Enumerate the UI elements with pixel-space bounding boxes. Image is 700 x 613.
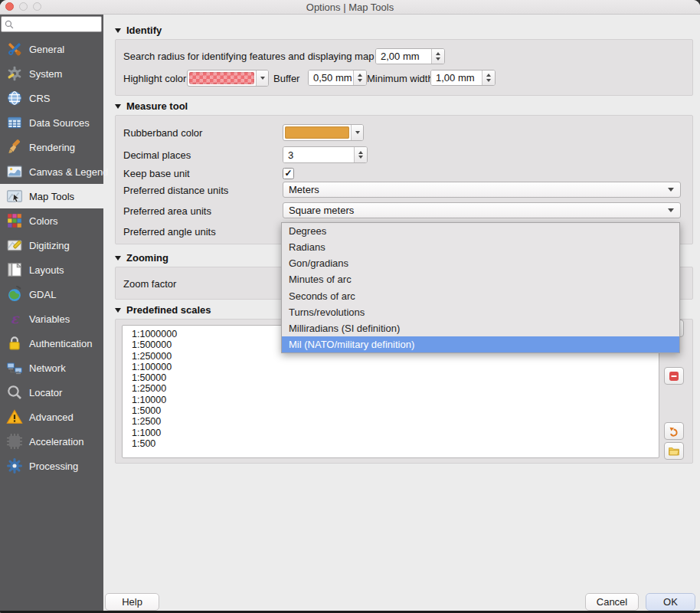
sidebar-item-rendering[interactable]: Rendering (0, 135, 103, 159)
color-dropdown-arrow-icon[interactable] (351, 125, 363, 140)
scale-item[interactable]: 1:10000 (132, 395, 659, 405)
cancel-button[interactable]: Cancel (585, 593, 639, 611)
sidebar-item-label: Digitizing (29, 240, 70, 251)
highlight-color-button[interactable] (187, 70, 269, 87)
search-radius-value[interactable]: 2,00 mm (376, 49, 431, 64)
spinner-arrows-icon[interactable] (354, 147, 367, 162)
sidebar-item-locator[interactable]: Locator (0, 380, 103, 405)
sidebar-item-general[interactable]: General (0, 37, 103, 61)
chevron-down-icon (668, 188, 674, 192)
chevron-down-icon (668, 208, 674, 212)
sidebar-item-advanced[interactable]: Advanced (0, 405, 103, 429)
scale-item[interactable]: 1:500 (132, 438, 659, 449)
sidebar-item-digitizing[interactable]: Digitizing (0, 233, 103, 257)
sidebar-item-label: Map Tools (29, 191, 74, 202)
highlight-color-label: Highlight color (123, 73, 186, 84)
identify-header-label: Identify (126, 25, 162, 36)
scale-item[interactable]: 1:50000 (132, 372, 659, 383)
decimal-places-label: Decimal places (123, 149, 191, 161)
sidebar-item-layouts[interactable]: Layouts (0, 257, 103, 282)
sidebar-item-label: System (29, 68, 62, 80)
angle-option-minutes-of-arc[interactable]: Minutes of arc (282, 271, 679, 287)
angle-option-mil-nato-military-definition[interactable]: Mil (NATO/military definition) (282, 336, 679, 352)
buffer-spinbox[interactable]: 0,50 mm (308, 70, 367, 86)
spinner-arrows-icon[interactable] (482, 70, 495, 85)
warning-icon (6, 408, 23, 425)
sidebar-search[interactable] (1, 16, 102, 32)
minimum-width-spinbox[interactable]: 1,00 mm (430, 70, 496, 86)
rubberband-color-label: Rubberband color (123, 127, 202, 139)
sidebar-item-data-sources[interactable]: Data Sources (0, 110, 103, 135)
scale-item[interactable]: 1:100000 (132, 362, 659, 372)
collapse-triangle-icon (115, 28, 121, 33)
distance-units-label: Preferred distance units (123, 185, 228, 196)
sidebar-item-canvas-legend[interactable]: Canvas & Legend (0, 159, 103, 184)
lock-icon (6, 335, 23, 352)
sidebar-item-processing[interactable]: Processing (0, 454, 103, 478)
angle-option-degrees[interactable]: Degrees (282, 223, 679, 239)
scale-item[interactable]: 1:25000 (132, 383, 659, 394)
angle-option-seconds-of-arc[interactable]: Seconds of arc (282, 288, 679, 304)
sidebar-item-label: Rendering (29, 142, 75, 153)
angle-option-milliradians-si-definition[interactable]: Milliradians (SI definition) (282, 320, 679, 336)
measure-section-header[interactable]: Measure tool (115, 100, 188, 112)
data-sources-table-icon (6, 114, 23, 131)
remove-scale-button[interactable] (664, 367, 684, 385)
restore-defaults-button[interactable] (664, 422, 684, 440)
help-button-label: Help (122, 596, 142, 608)
search-radius-spinbox[interactable]: 2,00 mm (375, 48, 445, 64)
zooming-header-label: Zooming (126, 252, 168, 264)
layouts-page-icon (6, 261, 23, 278)
spinner-arrows-icon[interactable] (353, 70, 366, 85)
sidebar-item-crs[interactable]: CRS (0, 86, 103, 110)
restore-defaults-icon (668, 425, 680, 438)
processing-gear-icon (6, 457, 23, 474)
color-dropdown-arrow-icon[interactable] (256, 70, 268, 86)
scale-item[interactable]: 1:5000 (132, 405, 659, 416)
scale-item[interactable]: 1:1000 (132, 428, 659, 438)
scale-item[interactable]: 1:2500 (132, 416, 659, 427)
sidebar-item-gdal[interactable]: GDAL (0, 282, 103, 306)
identify-section-header[interactable]: Identify (115, 25, 162, 36)
decimal-places-value[interactable]: 3 (283, 147, 354, 162)
angle-option-turns-revolutions[interactable]: Turns/revolutions (282, 304, 679, 320)
search-input[interactable] (15, 18, 101, 31)
sidebar-item-variables[interactable]: εVariables (0, 306, 103, 331)
sidebar-item-label: Advanced (29, 411, 74, 423)
keep-base-unit-checkbox[interactable]: ✓ (283, 168, 294, 179)
angle-units-label: Preferred angle units (123, 226, 216, 238)
distance-units-combobox[interactable]: Meters (283, 182, 681, 198)
decimal-places-spinbox[interactable]: 3 (283, 146, 368, 163)
buffer-value[interactable]: 0,50 mm (309, 70, 353, 85)
rubberband-color-button[interactable] (283, 124, 364, 141)
angle-option-gon-gradians[interactable]: Gon/gradians (282, 255, 679, 271)
map-tools-icon (6, 188, 23, 205)
variables-epsilon-icon: ε (6, 310, 23, 327)
import-scales-button[interactable] (664, 442, 684, 460)
minimum-width-label: Minimum width (367, 73, 433, 84)
sidebar-item-network[interactable]: Network (0, 356, 103, 380)
rubberband-color-swatch (285, 126, 349, 139)
colors-palette-icon (6, 212, 23, 229)
sidebar-item-label: Processing (29, 461, 78, 472)
sidebar-item-label: Locator (29, 387, 62, 398)
minimum-width-value[interactable]: 1,00 mm (431, 70, 482, 85)
cancel-button-label: Cancel (597, 596, 627, 608)
sidebar-item-acceleration[interactable]: Acceleration (0, 429, 103, 454)
area-units-combobox[interactable]: Square meters (283, 202, 681, 218)
help-button[interactable]: Help (105, 593, 159, 611)
spinner-arrows-icon[interactable] (431, 49, 444, 64)
svg-text:ε: ε (11, 310, 20, 326)
sidebar-item-colors[interactable]: Colors (0, 208, 103, 233)
sidebar-item-system[interactable]: System (0, 61, 103, 86)
sidebar-item-authentication[interactable]: Authentication (0, 331, 103, 356)
sidebar-item-label: Data Sources (29, 117, 90, 129)
zooming-section-header[interactable]: Zooming (115, 252, 168, 264)
network-icon (6, 359, 23, 376)
search-radius-label: Search radius for identifying features a… (123, 51, 392, 62)
system-gear-icon (6, 65, 23, 82)
sidebar-item-map-tools[interactable]: Map Tools (0, 184, 103, 208)
ok-button[interactable]: OK (646, 593, 695, 611)
scales-section-header[interactable]: Predefined scales (115, 304, 211, 316)
angle-option-radians[interactable]: Radians (282, 239, 679, 255)
